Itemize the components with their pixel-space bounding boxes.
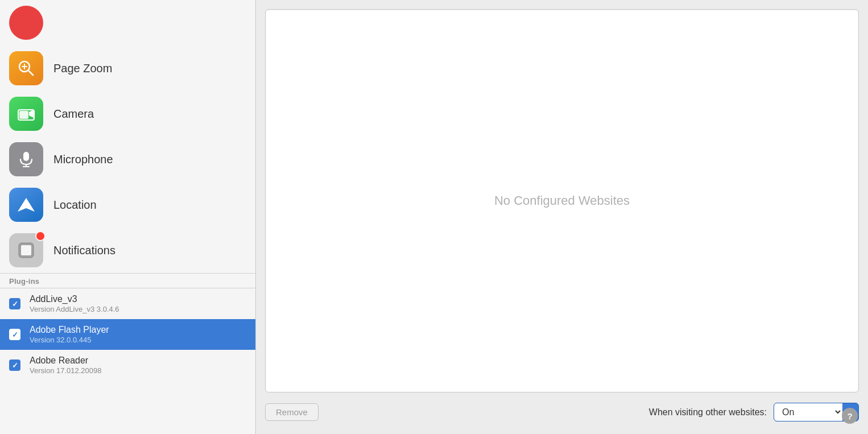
notifications-icon — [9, 233, 43, 267]
sidebar-item-microphone[interactable]: Microphone — [0, 137, 255, 182]
content-area: No Configured Websites — [265, 9, 859, 392]
page-zoom-icon — [9, 51, 43, 85]
plugin-info-flash: Adobe Flash Player Version 32.0.0.445 — [30, 325, 109, 344]
plugins-section-header: Plug-ins — [0, 273, 255, 288]
right-panel: No Configured Websites Remove When visit… — [256, 0, 868, 434]
plugin-name-flash: Adobe Flash Player — [30, 325, 109, 335]
plugin-version-reader: Version 17.012.20098 — [30, 366, 102, 375]
remove-button[interactable]: Remove — [265, 403, 319, 421]
checkmark-flash: ✓ — [12, 330, 18, 339]
sidebar-item-camera-label: Camera — [53, 108, 94, 121]
sidebar-item-page-zoom[interactable]: Page Zoom — [0, 46, 255, 91]
top-icon-partial — [9, 6, 43, 40]
notifications-badge — [35, 231, 46, 241]
bottom-bar: Remove When visiting other websites: On … — [265, 399, 859, 425]
checkmark-reader: ✓ — [12, 361, 18, 370]
bottom-right: When visiting other websites: On Off Ask… — [649, 403, 859, 421]
plugin-name-addlive: AddLive_v3 — [30, 294, 119, 304]
plugin-version-flash: Version 32.0.0.445 — [30, 336, 109, 344]
svg-marker-10 — [18, 198, 35, 212]
plugin-info-addlive: AddLive_v3 Version AddLive_v3 3.0.4.6 — [30, 294, 119, 313]
visiting-dropdown[interactable]: On Off Ask — [774, 403, 842, 421]
svg-line-1 — [28, 71, 34, 76]
sidebar-item-camera[interactable]: Camera — [0, 91, 255, 137]
plugin-version-addlive: Version AddLive_v3 3.0.4.6 — [30, 305, 119, 313]
plugin-item-reader[interactable]: ✓ Adobe Reader Version 17.012.20098 — [0, 350, 255, 381]
no-configured-websites-text: No Configured Websites — [494, 193, 630, 208]
plugin-info-reader: Adobe Reader Version 17.012.20098 — [30, 356, 102, 375]
sidebar-item-notifications[interactable]: Notifications — [0, 228, 255, 273]
visiting-other-websites-label: When visiting other websites: — [649, 407, 767, 418]
sidebar-item-page-zoom-label: Page Zoom — [53, 62, 112, 75]
sidebar: Page Zoom Camera — [0, 0, 256, 434]
sidebar-item-top-partial[interactable] — [0, 0, 255, 46]
plugin-name-reader: Adobe Reader — [30, 356, 102, 366]
main-container: Page Zoom Camera — [0, 0, 868, 434]
microphone-icon — [9, 142, 43, 176]
svg-rect-6 — [19, 111, 28, 119]
plugin-checkbox-reader[interactable]: ✓ — [9, 359, 20, 371]
plugin-item-addlive[interactable]: ✓ AddLive_v3 Version AddLive_v3 3.0.4.6 — [0, 288, 255, 319]
checkmark-addlive: ✓ — [12, 300, 18, 308]
sidebar-item-notifications-label: Notifications — [53, 244, 115, 257]
camera-icon — [9, 97, 43, 131]
plugin-checkbox-addlive[interactable]: ✓ — [9, 298, 20, 309]
plugin-checkbox-flash[interactable]: ✓ — [9, 329, 20, 340]
svg-marker-5 — [29, 110, 34, 118]
sidebar-item-location[interactable]: Location — [0, 182, 255, 228]
help-button[interactable]: ? — [842, 408, 858, 424]
sidebar-item-microphone-label: Microphone — [53, 153, 113, 166]
plugin-item-flash[interactable]: ✓ Adobe Flash Player Version 32.0.0.445 — [0, 319, 255, 350]
svg-rect-12 — [21, 245, 31, 255]
location-icon — [9, 188, 43, 222]
svg-rect-7 — [23, 152, 29, 161]
sidebar-item-location-label: Location — [53, 199, 97, 212]
sidebar-items: Page Zoom Camera — [0, 0, 255, 434]
